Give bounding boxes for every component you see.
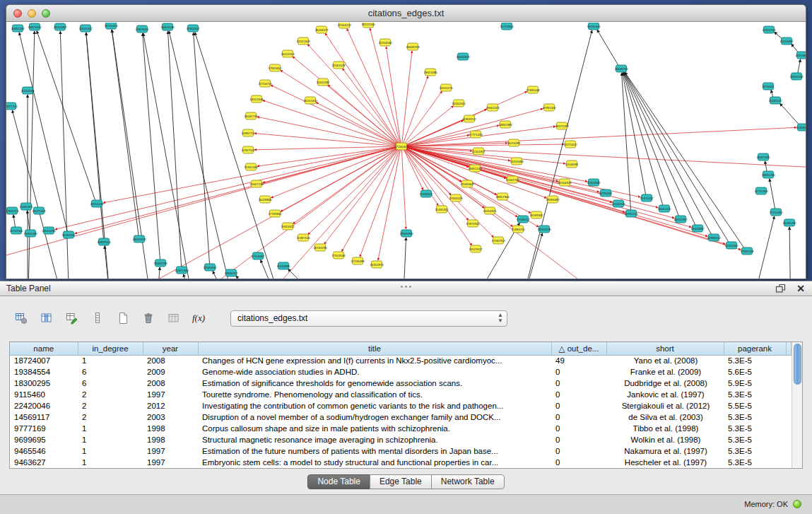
graph-node[interactable]: 16710413 [104,23,118,29]
graph-node[interactable]: 19014927 [53,23,67,30]
row-height-icon[interactable] [88,309,107,327]
graph-node[interactable]: 19448734 [614,65,628,72]
graph-node[interactable]: 15036412 [516,216,530,223]
graph-node[interactable]: 15082371 [19,203,33,210]
graph-node[interactable]: 17604529 [449,194,463,201]
graph-node[interactable]: 16791210 [624,210,638,217]
edit-table-icon[interactable] [62,309,82,327]
graph-node[interactable]: 12925308 [175,267,189,274]
graph-node[interactable]: 17210465 [769,209,783,216]
graph-node[interactable]: 12484216 [511,226,525,233]
network-canvas[interactable]: 1724045718234077120214091602205417853412… [6,23,806,279]
graph-node[interactable]: 19846217 [224,269,238,276]
graph-node[interactable]: 15371037 [640,194,654,201]
graph-node[interactable]: 14523017 [469,245,483,252]
graph-node[interactable]: 20681294 [11,25,25,32]
graph-node[interactable]: 12575612 [563,141,577,148]
graph-node[interactable]: 18061425 [657,205,671,212]
graph-node[interactable]: 12254534 [378,39,392,46]
graph-node[interactable]: 15184567 [419,190,433,197]
graph-node[interactable]: 17692548 [740,247,754,255]
graph-node[interactable]: 17503544 [331,252,346,259]
graph-node[interactable]: 15958413 [796,124,806,131]
zoom-window-button[interactable] [42,9,50,18]
graph-node[interactable]: 15914703 [762,26,776,33]
graph-node[interactable]: 19061203 [486,104,500,111]
graph-node[interactable]: 14604138 [160,23,175,30]
graph-node[interactable]: 16793451 [599,189,613,197]
graph-node[interactable]: 17873352 [466,220,480,227]
graph-node[interactable]: 12367522 [241,146,255,153]
graph-node[interactable]: 16684238 [153,259,167,267]
table-row[interactable]: 946362711997Embryonic stem cells: a mode… [10,457,792,468]
graph-node[interactable]: 12021409 [296,37,310,45]
graph-node[interactable]: 16042735 [244,112,258,119]
column-header-title[interactable]: title [198,342,551,355]
graph-node[interactable]: 15301264 [244,163,258,170]
column-header-in_degree[interactable]: in_degree [78,342,143,355]
tab-edge-table[interactable]: Edge Table [370,474,432,489]
table-row[interactable]: 1938455462009Genome-wide association stu… [10,366,792,378]
graph-node[interactable]: 20819412 [135,25,149,33]
graph-node[interactable]: 16851243 [468,165,482,172]
network-table-select[interactable]: citations_edges.txt▲▼ [230,310,507,327]
graph-node[interactable]: 16984213 [707,234,721,241]
column-header-pagerank[interactable]: pagerank [724,342,786,355]
graph-node[interactable]: 16485092 [782,219,796,226]
graph-node[interactable]: 15823415 [281,223,295,230]
table-row[interactable]: 1456911722003Disruption of a novel membe… [10,411,792,423]
graph-node[interactable]: 17771429 [469,131,483,138]
graph-node[interactable]: 16074287 [507,139,521,146]
new-table-icon[interactable] [113,309,133,327]
graph-node[interactable]: 12754713 [258,80,272,87]
import-table-icon[interactable] [164,309,184,327]
graph-node[interactable]: 15958212 [462,115,476,122]
graph-node[interactable]: 9273441 [763,83,775,90]
table-row[interactable]: 911546021997Tourette syndrome. Phenomeno… [10,389,792,400]
graph-node[interactable]: 16623052 [28,23,42,30]
graph-node[interactable]: 19075428 [32,207,46,214]
graph-node[interactable]: 17769842 [268,210,282,217]
graph-node[interactable]: 15162742 [505,176,519,183]
close-window-button[interactable] [13,9,22,18]
graph-node[interactable]: 18063528 [537,226,551,233]
panel-resize-grip[interactable] [398,286,413,291]
column-header-year[interactable]: year [143,342,198,355]
graph-node[interactable]: 16352873 [370,261,384,268]
graph-node[interactable]: 15534928 [558,179,572,186]
graph-node[interactable]: 19362057 [186,25,200,32]
graph-node[interactable]: 12710358 [754,187,768,194]
select-columns-icon[interactable] [37,309,57,327]
close-panel-icon[interactable]: ✕ [796,283,805,294]
graph-node[interactable]: 20552048 [90,200,104,207]
graph-node[interactable]: 18093487 [546,196,560,203]
table-row[interactable]: 977716911998Corpus callosum shape and si… [10,423,792,434]
graph-node[interactable]: 25260501 [61,231,76,238]
graph-node[interactable]: 15723604 [500,23,514,30]
graph-node[interactable]: 18122540 [361,23,375,28]
table-settings-icon[interactable] [11,309,31,327]
graph-node[interactable]: 11920714 [6,207,19,214]
graph-node[interactable]: 12136498 [351,257,365,264]
graph-node[interactable]: 17240457 [394,143,408,150]
column-header-short[interactable]: short [606,342,724,355]
graph-node[interactable]: 18575189 [555,122,569,129]
minimize-window-button[interactable] [28,9,36,18]
scrollbar-thumb[interactable] [794,344,801,385]
graph-node[interactable]: 16743296 [313,244,327,251]
table-row[interactable]: 969969511998Structural magnetic resonanc… [10,434,792,445]
graph-node[interactable]: 13216084 [510,158,524,165]
graph-node[interactable]: 16212419 [303,97,317,104]
graph-node[interactable]: 14831246 [761,171,775,178]
graph-node[interactable]: 14041322 [78,25,93,32]
graph-node[interactable]: 22061028 [331,62,346,69]
graph-node[interactable]: 16162615 [452,100,466,107]
graph-node[interactable]: 15914082 [587,179,601,186]
tab-node-table[interactable]: Node Table [307,474,370,489]
graph-node[interactable]: 17582913 [491,237,505,244]
graph-node[interactable]: 12450162 [724,242,739,249]
graph-node[interactable]: 14920318 [789,73,804,80]
graph-node[interactable]: 13220174 [439,84,453,91]
table-row[interactable]: 2242004622012Investigating the contribut… [10,400,792,411]
graph-node[interactable]: 19014230 [42,227,56,234]
